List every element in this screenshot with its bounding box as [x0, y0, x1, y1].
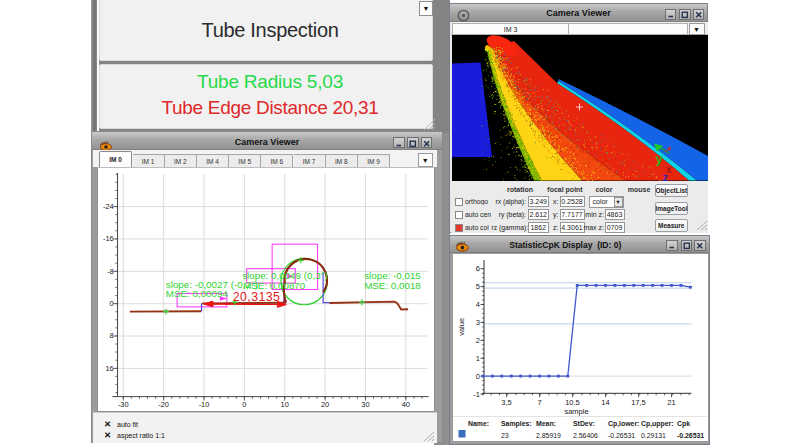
svg-text:y: y — [655, 151, 663, 166]
svg-text:0.29131: 0.29131 — [641, 432, 666, 439]
svg-text:5: 5 — [476, 282, 480, 291]
svg-text:4: 4 — [476, 300, 480, 309]
svg-text:3,5: 3,5 — [501, 398, 511, 407]
svg-text:6: 6 — [476, 264, 480, 273]
svg-text:StDev:: StDev: — [573, 420, 595, 427]
svg-text:10,5: 10,5 — [565, 398, 580, 407]
svg-text:-0.26531: -0.26531 — [677, 432, 704, 439]
svg-text:16: 16 — [105, 363, 113, 372]
svg-text:-20: -20 — [158, 400, 169, 409]
svg-text:Name:: Name: — [468, 420, 489, 427]
svg-text:0: 0 — [242, 400, 246, 409]
svg-text:14: 14 — [601, 398, 609, 407]
svg-text:Cpk: Cpk — [677, 420, 690, 428]
svg-text:0: 0 — [476, 372, 480, 381]
svg-text:23: 23 — [501, 432, 509, 439]
svg-text:MSE: 0,0018: MSE: 0,0018 — [364, 280, 421, 291]
svg-text:-16: -16 — [103, 234, 114, 243]
svg-text:sample: sample — [564, 407, 588, 416]
svg-text:40: 40 — [401, 400, 409, 409]
svg-text:2: 2 — [476, 336, 480, 345]
svg-text:-30: -30 — [117, 400, 128, 409]
svg-text:-1: -1 — [473, 390, 480, 399]
svg-text:3: 3 — [476, 318, 480, 327]
svg-text:-10: -10 — [198, 400, 209, 409]
svg-text:2.56406: 2.56406 — [573, 432, 598, 439]
svg-text:20: 20 — [320, 400, 328, 409]
svg-text:0: 0 — [109, 299, 113, 308]
svg-text:-0.26531: -0.26531 — [608, 432, 635, 439]
svg-text:z: z — [663, 172, 668, 181]
svg-text:2.85919: 2.85919 — [536, 432, 561, 439]
svg-text:8: 8 — [109, 331, 113, 340]
svg-text:Samples:: Samples: — [501, 420, 532, 428]
svg-text:21: 21 — [667, 398, 675, 407]
svg-text:-8: -8 — [107, 266, 114, 275]
svg-text:Cp,upper:: Cp,upper: — [641, 420, 674, 428]
svg-text:30: 30 — [361, 400, 369, 409]
svg-text:10: 10 — [280, 400, 288, 409]
svg-text:Mean:: Mean: — [536, 420, 556, 427]
svg-text:Cp,lower:: Cp,lower: — [608, 420, 639, 428]
svg-text:value: value — [457, 318, 466, 336]
svg-text:20,3135: 20,3135 — [232, 290, 280, 304]
svg-text:MSE: 0,00094: MSE: 0,00094 — [165, 287, 228, 298]
svg-text:7: 7 — [537, 398, 541, 407]
svg-text:1: 1 — [476, 354, 480, 363]
svg-text:17,5: 17,5 — [631, 398, 646, 407]
svg-text:-24: -24 — [103, 202, 114, 211]
